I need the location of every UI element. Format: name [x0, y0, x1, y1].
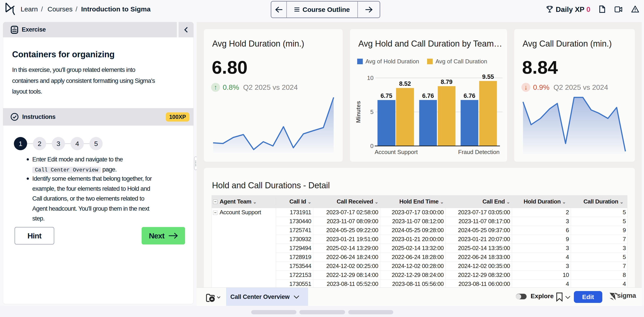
- svg-text:8.79: 8.79: [441, 79, 453, 85]
- svg-text:Account Support: Account Support: [375, 149, 418, 155]
- svg-text:10: 10: [367, 74, 374, 81]
- svg-text:Minutes: Minutes: [355, 101, 362, 123]
- svg-text:8.52: 8.52: [399, 80, 411, 87]
- svg-text:6.76: 6.76: [464, 92, 476, 99]
- svg-text:0: 0: [370, 143, 374, 149]
- svg-text:6.75: 6.75: [380, 92, 392, 99]
- svg-text:6.76: 6.76: [422, 92, 434, 99]
- svg-text:Fraud Detection: Fraud Detection: [458, 149, 500, 155]
- svg-text:9.55: 9.55: [482, 73, 494, 80]
- svg-text:5: 5: [370, 109, 374, 115]
